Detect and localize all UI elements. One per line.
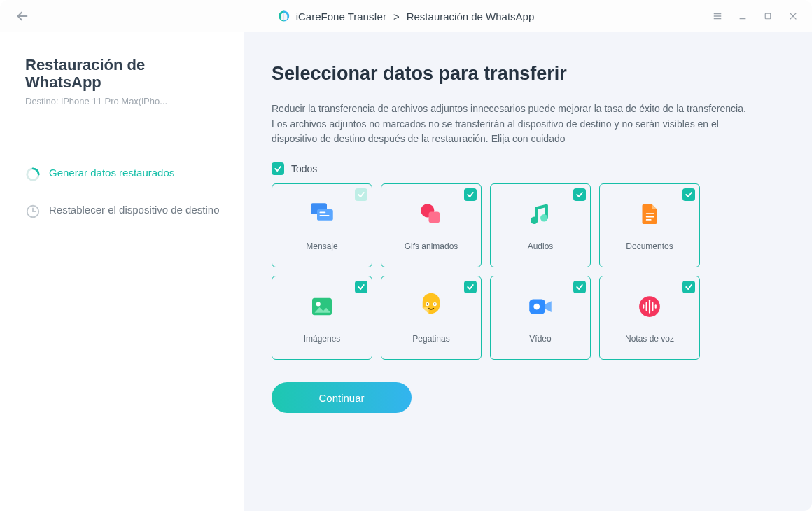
app-name: iCareFone Transfer — [296, 10, 386, 22]
select-all-checkbox[interactable] — [272, 162, 284, 175]
svg-point-18 — [531, 217, 538, 225]
svg-point-30 — [533, 304, 540, 310]
title-center: iCareFone Transfer > Restauración de Wha… — [278, 10, 535, 22]
svg-rect-5 — [765, 13, 771, 19]
minimize-icon — [738, 11, 748, 21]
sidebar-subtitle: Destino: iPhone 11 Pro Max(iPho... — [25, 96, 220, 106]
breadcrumb-separator: > — [393, 10, 400, 22]
card-imagenes[interactable]: Imágenes — [272, 276, 372, 360]
card-pegatinas[interactable]: Pegatinas — [381, 276, 482, 360]
check-icon — [357, 283, 365, 291]
svg-point-24 — [316, 302, 321, 307]
check-icon — [274, 164, 282, 173]
card-documentos[interactable]: Documentos — [599, 183, 700, 267]
card-checkbox[interactable] — [355, 281, 368, 293]
step-reset-device: Restablecer el dispositivo de destino — [25, 203, 220, 219]
svg-point-19 — [540, 214, 548, 222]
breadcrumb: Restauración de WhatsApp — [407, 10, 535, 22]
voice-icon — [635, 292, 664, 321]
step-label: Restablecer el dispositivo de destino — [49, 203, 219, 217]
main-content: Seleccionar datos para transferir Reduci… — [244, 32, 812, 511]
svg-rect-21 — [646, 216, 654, 218]
card-label: Notas de voz — [625, 334, 674, 344]
card-gifs[interactable]: Gifs animados — [381, 183, 482, 267]
message-icon — [307, 200, 337, 229]
svg-rect-17 — [429, 212, 440, 223]
svg-point-28 — [434, 303, 435, 304]
continue-label: Continuar — [318, 392, 364, 404]
card-checkbox[interactable] — [682, 188, 695, 201]
card-audios[interactable]: Audios — [490, 183, 591, 267]
document-icon — [635, 200, 664, 229]
card-mensaje[interactable]: Mensaje — [272, 183, 372, 267]
card-label: Gifs animados — [405, 241, 458, 251]
step-generate-data: Generar datos restaurados — [25, 166, 220, 182]
window-controls — [711, 10, 799, 22]
card-checkbox[interactable] — [355, 188, 368, 201]
svg-rect-20 — [646, 213, 654, 214]
card-checkbox[interactable] — [682, 281, 695, 293]
card-checkbox[interactable] — [573, 188, 586, 201]
check-icon — [575, 283, 584, 291]
card-label: Documentos — [626, 241, 673, 251]
spinner-icon — [25, 167, 41, 182]
minimize-button[interactable] — [736, 10, 749, 22]
clock-icon — [25, 204, 41, 219]
back-button[interactable] — [13, 6, 32, 26]
continue-button[interactable]: Continuar — [272, 382, 412, 413]
svg-point-27 — [427, 303, 428, 304]
sidebar-title: Restauración de WhatsApp — [25, 56, 220, 92]
check-icon — [466, 190, 475, 199]
card-label: Pegatinas — [412, 334, 449, 344]
page-title: Seleccionar datos para transferir — [272, 63, 770, 85]
card-video[interactable]: Vídeo — [490, 276, 591, 360]
maximize-icon — [764, 12, 772, 20]
card-label: Mensaje — [306, 241, 337, 251]
card-checkbox[interactable] — [464, 188, 477, 201]
sidebar: Restauración de WhatsApp Destino: iPhone… — [0, 32, 244, 511]
gif-icon — [416, 200, 446, 229]
card-checkbox[interactable] — [464, 281, 477, 293]
image-icon — [307, 292, 337, 321]
svg-rect-14 — [320, 212, 326, 214]
svg-rect-15 — [320, 215, 330, 216]
menu-icon — [713, 11, 722, 21]
titlebar: iCareFone Transfer > Restauración de Wha… — [0, 0, 812, 32]
body: Restauración de WhatsApp Destino: iPhone… — [0, 32, 812, 511]
check-icon — [685, 283, 693, 291]
check-icon — [466, 283, 475, 291]
app-window: iCareFone Transfer > Restauración de Wha… — [0, 0, 812, 511]
maximize-button[interactable] — [762, 10, 774, 22]
check-icon — [575, 190, 584, 199]
select-all-label: Todos — [291, 163, 317, 174]
close-icon — [788, 11, 798, 21]
step-label: Generar datos restaurados — [49, 166, 174, 180]
page-description: Reducir la transferencia de archivos adj… — [272, 102, 762, 147]
sticker-icon — [416, 292, 446, 321]
card-label: Vídeo — [529, 334, 551, 344]
check-icon — [685, 190, 693, 199]
card-checkbox[interactable] — [573, 281, 586, 293]
data-grid: Mensaje Gifs animados — [272, 183, 770, 360]
svg-rect-22 — [646, 219, 652, 220]
select-all-row: Todos — [272, 162, 770, 175]
audio-icon — [526, 200, 555, 229]
card-notas-voz[interactable]: Notas de voz — [599, 276, 700, 360]
back-arrow-icon — [15, 8, 30, 24]
card-label: Imágenes — [304, 334, 341, 344]
card-label: Audios — [528, 241, 554, 251]
check-icon — [357, 190, 365, 199]
app-logo-icon — [278, 10, 290, 22]
sidebar-divider — [25, 146, 220, 146]
menu-button[interactable] — [711, 10, 724, 22]
close-button[interactable] — [787, 10, 799, 22]
video-icon — [526, 292, 555, 321]
